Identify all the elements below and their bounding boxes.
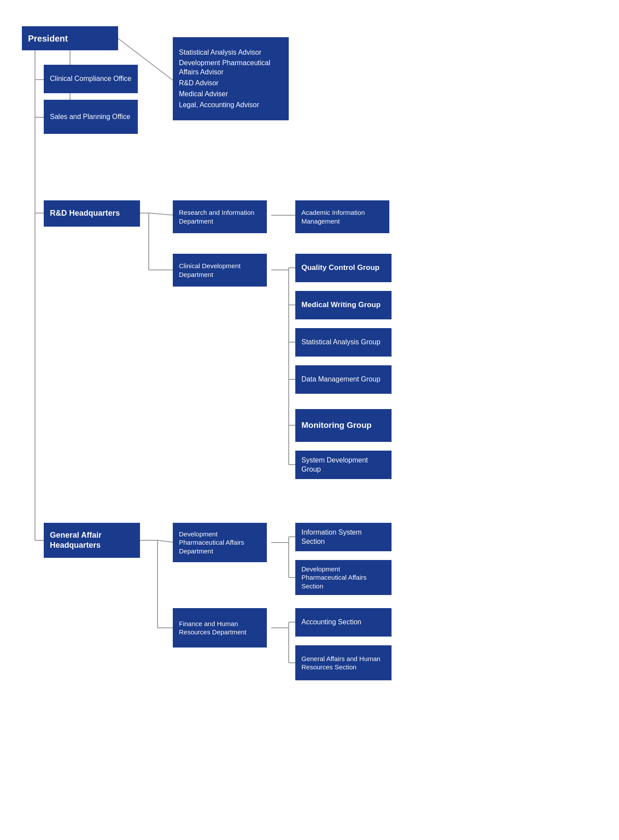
dev-pharma-dept-node: Development Pharmaceutical Affairs Depar… xyxy=(173,523,267,562)
clinical-compliance-label: Clinical Compliance Office xyxy=(50,74,131,84)
info-system-node: Information System Section xyxy=(295,523,392,551)
system-dev-node: System Development Group xyxy=(295,451,392,479)
info-system-label: Information System Section xyxy=(301,528,385,546)
data-management-node: Data Management Group xyxy=(295,365,392,394)
medical-writing-label: Medical Writing Group xyxy=(301,300,381,310)
rd-hq-node: R&D Headquarters xyxy=(44,200,140,227)
statistical-analysis-label: Statistical Analysis Group xyxy=(301,338,381,347)
statistical-analysis-node: Statistical Analysis Group xyxy=(295,328,392,357)
svg-line-24 xyxy=(157,540,175,542)
research-info-node: Research and Information Department xyxy=(173,200,267,233)
advisor-3: R&D Advisor xyxy=(179,79,219,88)
general-affairs-hr-node: General Affairs and Human Resources Sect… xyxy=(295,645,392,680)
svg-line-11 xyxy=(149,213,175,215)
finance-hr-node: Finance and Human Resources Department xyxy=(173,608,267,648)
quality-control-node: Quality Control Group xyxy=(295,254,392,282)
advisor-2: Development Pharmaceutical Affairs Advis… xyxy=(179,59,283,77)
advisors-node: Statistical Analysis Advisor Development… xyxy=(173,37,289,120)
accounting-label: Accounting Section xyxy=(301,618,361,627)
academic-info-node: Academic Information Management xyxy=(295,200,389,233)
academic-info-label: Academic Information Management xyxy=(301,208,383,225)
monitoring-label: Monitoring Group xyxy=(301,420,371,431)
general-affair-hq-label: General Affair Headquarters xyxy=(50,530,134,551)
clinical-dev-label: Clinical Development Department xyxy=(179,262,261,279)
president-node: President xyxy=(22,26,118,50)
advisor-4: Medical Adviser xyxy=(179,90,228,99)
medical-writing-node: Medical Writing Group xyxy=(295,291,392,319)
dev-pharma-section-node: Development Pharmaceutical Affairs Secti… xyxy=(295,560,392,595)
dev-pharma-section-label: Development Pharmaceutical Affairs Secti… xyxy=(301,565,385,591)
rd-hq-label: R&D Headquarters xyxy=(50,208,120,218)
clinical-dev-node: Clinical Development Department xyxy=(173,254,267,287)
accounting-node: Accounting Section xyxy=(295,608,392,637)
president-label: President xyxy=(28,33,68,44)
general-affair-hq-node: General Affair Headquarters xyxy=(44,523,140,558)
system-dev-label: System Development Group xyxy=(301,456,385,474)
data-management-label: Data Management Group xyxy=(301,375,381,384)
monitoring-node: Monitoring Group xyxy=(295,409,392,442)
advisor-1: Statistical Analysis Advisor xyxy=(179,48,262,57)
general-affairs-hr-label: General Affairs and Human Resources Sect… xyxy=(301,654,385,672)
org-chart: President Clinical Compliance Office Sal… xyxy=(0,0,619,840)
clinical-compliance-node: Clinical Compliance Office xyxy=(44,65,138,93)
quality-control-label: Quality Control Group xyxy=(301,263,380,273)
sales-planning-label: Sales and Planning Office xyxy=(50,112,130,122)
finance-hr-label: Finance and Human Resources Department xyxy=(179,620,261,637)
research-info-label: Research and Information Department xyxy=(179,208,261,225)
dev-pharma-dept-label: Development Pharmaceutical Affairs Depar… xyxy=(179,530,261,556)
advisor-5: Legal, Accounting Advisor xyxy=(179,101,259,110)
sales-planning-node: Sales and Planning Office xyxy=(44,100,138,134)
